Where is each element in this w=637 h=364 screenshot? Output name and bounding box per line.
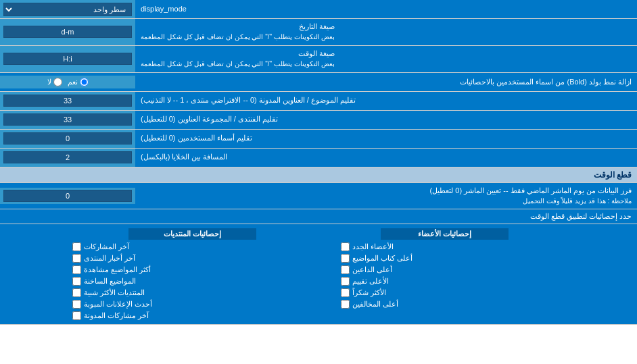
fetch-days-input[interactable] — [3, 190, 132, 202]
time-format-row: صيغة الوقت بعض التكوينات يتطلب "/" التي … — [0, 46, 637, 73]
fetch-days-label: فرز البيانات من يوم الماشر الماضي فقط --… — [135, 183, 637, 209]
checkbox-item-top-inviters: أعلى الداعين — [341, 265, 565, 274]
main-container: display_mode سطر واحد متعدد الصفوف صيغة … — [0, 0, 637, 325]
checkbox-item-most-thanked: الأكثر شكراً — [341, 288, 565, 297]
checkbox-col-members: الأعضاء الجدد أعلى كتاب المواضيع أعلى ال… — [341, 242, 565, 320]
cb-hot-topics-label: المواضيع الساخنة — [84, 277, 136, 286]
cb-top-writers[interactable] — [341, 254, 350, 263]
radio-yes-label[interactable]: نعم — [68, 78, 89, 86]
radio-no[interactable] — [53, 78, 62, 86]
cb-popular-forums[interactable] — [72, 288, 81, 297]
cell-spacing-input[interactable] — [3, 151, 132, 163]
date-format-control — [0, 19, 135, 45]
fetch-days-note: ملاحظة : هذا قد يزيد قليلاً وقت التحميل — [523, 197, 632, 205]
forum-sort-input[interactable] — [3, 113, 132, 126]
checkboxes-header-col2: إحصائيات المنتديات — [128, 228, 256, 240]
cb-top-inviters-label: أعلى الداعين — [352, 265, 392, 274]
display-mode-control: سطر واحد متعدد الصفوف — [0, 0, 135, 18]
topic-sort-input[interactable] — [3, 95, 132, 107]
topic-sort-control — [0, 92, 135, 110]
date-format-input[interactable] — [3, 26, 132, 38]
checkbox-item-top-violators: أعلى المخالفين — [341, 300, 565, 309]
cb-new-members[interactable] — [341, 242, 350, 251]
display-mode-label: display_mode — [135, 0, 637, 18]
date-format-label: صيغة التاريخ بعض التكوينات يتطلب "/" الت… — [135, 19, 637, 45]
radio-yes[interactable] — [80, 78, 89, 86]
radio-no-label[interactable]: لا — [47, 78, 62, 86]
limit-label-row: حدد إحصائيات لتطبيق قطع الوقت — [0, 209, 637, 224]
cb-latest-classifieds-label: أحدث الإعلانات المبوبة — [84, 300, 152, 309]
remove-bold-label: ازالة نمط بولد (Bold) من اسماء المستخدمي… — [135, 75, 637, 89]
fetch-days-control — [0, 188, 135, 204]
fetch-days-row: فرز البيانات من يوم الماشر الماضي فقط --… — [0, 183, 637, 210]
cb-last-posts[interactable] — [72, 242, 81, 251]
time-format-hint: بعض التكوينات يتطلب "/" التي يمكن ان تضا… — [141, 60, 335, 68]
topic-sort-row: تقليم الموضوع / العناوين المدونة (0 -- ا… — [0, 92, 637, 111]
date-format-row: صيغة التاريخ بعض التكوينات يتطلب "/" الت… — [0, 19, 637, 46]
usernames-trim-label: تقليم أسماء المستخدمين (0 للتعطيل) — [135, 130, 637, 148]
limit-label-text: حدد إحصائيات لتطبيق قطع الوقت — [530, 212, 632, 220]
checkbox-item-new-members: الأعضاء الجدد — [341, 242, 565, 251]
cb-most-viewed-label: أكثر المواضيع مشاهدة — [84, 265, 151, 274]
cb-last-news-label: آخر أخبار المنتدى — [84, 254, 135, 263]
cell-spacing-row: المسافة بين الخلايا (بالبكسل) — [0, 149, 637, 167]
cell-spacing-label: المسافة بين الخلايا (بالبكسل) — [135, 149, 637, 167]
usernames-trim-control — [0, 130, 135, 148]
display-mode-row: display_mode سطر واحد متعدد الصفوف — [0, 0, 637, 19]
radio-no-text: لا — [47, 78, 51, 86]
checkboxes-header-col1: إحصائيات الأعضاء — [381, 228, 508, 240]
realtime-section-header: قطع الوقت — [0, 167, 637, 183]
cb-top-rated-label: الأعلى تقييم — [352, 277, 389, 286]
checkboxes-row: الأعضاء الجدد أعلى كتاب المواضيع أعلى ال… — [5, 242, 632, 320]
cb-last-news[interactable] — [72, 254, 81, 263]
forum-sort-label: تقليم الفنتدى / المجموعة العناوين (0 للت… — [135, 111, 637, 129]
checkboxes-header: إحصائيات الأعضاء إحصائيات المنتديات — [5, 228, 632, 240]
radio-yes-text: نعم — [68, 78, 78, 86]
cb-top-violators-label: أعلى المخالفين — [352, 300, 398, 309]
time-format-label: صيغة الوقت بعض التكوينات يتطلب "/" التي … — [135, 46, 637, 72]
checkbox-item-top-rated: الأعلى تقييم — [341, 277, 565, 286]
checkboxes-area: إحصائيات الأعضاء إحصائيات المنتديات الأع… — [0, 224, 637, 325]
cb-top-rated[interactable] — [341, 277, 350, 286]
cb-most-viewed[interactable] — [72, 265, 81, 274]
date-format-label-text: صيغة التاريخ بعض التكوينات يتطلب "/" الت… — [141, 22, 335, 43]
cb-last-blog-posts-label: آخر مشاركات المدونة — [84, 311, 149, 320]
display-mode-select[interactable]: سطر واحد متعدد الصفوف — [3, 3, 132, 16]
time-format-input[interactable] — [3, 53, 132, 65]
checkbox-item-last-blog-posts: آخر مشاركات المدونة — [72, 311, 296, 320]
time-format-label-text: صيغة الوقت بعض التكوينات يتطلب "/" التي … — [141, 49, 335, 70]
checkbox-col-forums: آخر المشاركات آخر أخبار المنتدى أكثر الم… — [72, 242, 296, 320]
cb-top-writers-label: أعلى كتاب المواضيع — [352, 254, 412, 263]
cb-new-members-label: الأعضاء الجدد — [352, 242, 394, 251]
checkbox-item-top-writers: أعلى كتاب المواضيع — [341, 254, 565, 263]
remove-bold-control: نعم لا — [0, 76, 135, 88]
cb-most-thanked[interactable] — [341, 288, 350, 297]
checkbox-item-last-posts: آخر المشاركات — [72, 242, 296, 251]
checkbox-item-popular-forums: المنتديات الأكثر شبية — [72, 288, 296, 297]
cb-last-blog-posts[interactable] — [72, 311, 81, 320]
cb-popular-forums-label: المنتديات الأكثر شبية — [84, 288, 145, 297]
cb-last-posts-label: آخر المشاركات — [84, 242, 129, 251]
realtime-section-title: قطع الوقت — [594, 170, 632, 180]
cb-top-inviters[interactable] — [341, 265, 350, 274]
usernames-trim-row: تقليم أسماء المستخدمين (0 للتعطيل) — [0, 130, 637, 149]
usernames-trim-input[interactable] — [3, 132, 132, 145]
forum-sort-row: تقليم الفنتدى / المجموعة العناوين (0 للت… — [0, 111, 637, 130]
cell-spacing-control — [0, 149, 135, 167]
topic-sort-label: تقليم الموضوع / العناوين المدونة (0 -- ا… — [135, 92, 637, 110]
time-format-control — [0, 46, 135, 72]
cb-most-thanked-label: الأكثر شكراً — [352, 288, 386, 297]
forum-sort-control — [0, 111, 135, 129]
checkbox-item-hot-topics: المواضيع الساخنة — [72, 277, 296, 286]
cb-hot-topics[interactable] — [72, 277, 81, 286]
remove-bold-row: ازالة نمط بولد (Bold) من اسماء المستخدمي… — [0, 73, 637, 92]
checkbox-item-most-viewed: أكثر المواضيع مشاهدة — [72, 265, 296, 274]
cb-top-violators[interactable] — [341, 300, 350, 309]
checkbox-item-last-news: آخر أخبار المنتدى — [72, 254, 296, 263]
cb-latest-classifieds[interactable] — [72, 300, 81, 309]
date-format-hint: بعض التكوينات يتطلب "/" التي يمكن ان تضا… — [141, 33, 335, 41]
checkbox-item-latest-classifieds: أحدث الإعلانات المبوبة — [72, 300, 296, 309]
